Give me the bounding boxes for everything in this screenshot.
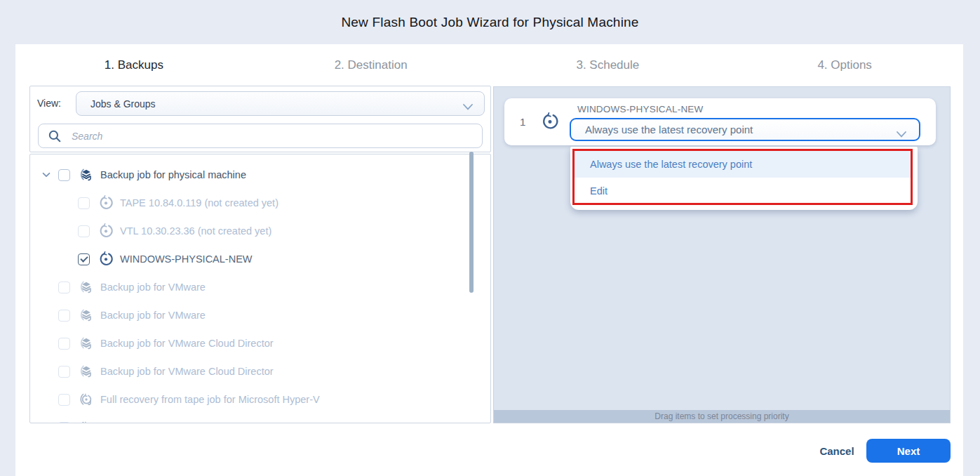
recovery-point-icon	[541, 112, 559, 131]
recovery-point-select[interactable]: Always use the latest recovery point	[570, 118, 920, 141]
recovery-point-dropdown-menu: Always use the latest recovery pointEdit	[570, 147, 918, 210]
tree-row-label: WINDOWS-PHYSICAL-NEW	[120, 253, 253, 265]
tab-3-schedule[interactable]: 3. Schedule	[490, 58, 727, 72]
checkbox[interactable]	[58, 394, 70, 406]
job-group-icon	[78, 279, 95, 295]
tab-2-destination[interactable]: 2. Destination	[253, 58, 490, 72]
tree-row[interactable]: Backup job for physical machine	[30, 161, 490, 189]
tree-row-label: TAPE 10.84.0.119 (not created yet)	[120, 197, 278, 209]
checkbox[interactable]	[58, 338, 70, 350]
recovery-point-icon	[98, 251, 114, 267]
checkbox[interactable]	[58, 169, 70, 181]
checkbox[interactable]	[58, 422, 70, 424]
checkbox[interactable]	[58, 310, 70, 322]
chevron-down-icon	[463, 101, 473, 112]
search-box	[38, 124, 483, 148]
tree-row[interactable]: Full recovery job for VMware Cloud Direc…	[30, 414, 490, 423]
checkbox[interactable]	[78, 197, 90, 209]
tab-4-options[interactable]: 4. Options	[726, 58, 963, 72]
job-group-icon	[78, 364, 95, 379]
priority-panel: 1 WINDOWS-PHYSICAL-NEW Always use the la…	[493, 86, 951, 423]
tree-row-label: Full recovery from tape job for Microsof…	[100, 394, 320, 405]
full-recovery-icon	[78, 420, 95, 423]
job-group-icon	[78, 308, 95, 323]
page-title: New Flash Boot Job Wizard for Physical M…	[0, 15, 980, 30]
tree-row[interactable]: VTL 10.30.23.36 (not created yet)	[30, 217, 490, 245]
chevron-down-icon	[897, 128, 906, 140]
tree-row[interactable]: WINDOWS-PHYSICAL-NEW	[30, 245, 490, 273]
job-group-icon	[78, 167, 95, 183]
view-dropdown[interactable]: Jobs & Groups	[76, 91, 485, 116]
view-label: View:	[37, 98, 61, 109]
expander-chevron-down-icon[interactable]	[41, 170, 51, 180]
dropdown-options: Always use the latest recovery pointEdit	[575, 151, 911, 204]
tree-row[interactable]: TAPE 10.84.0.119 (not created yet)	[30, 189, 490, 217]
wizard-tabs: 1. Backups2. Destination3. Schedule4. Op…	[15, 44, 963, 86]
view-dropdown-value: Jobs & Groups	[90, 98, 156, 110]
tree-row[interactable]: Backup job for VMware Cloud Director	[30, 329, 490, 357]
checkbox-checked[interactable]	[78, 253, 90, 265]
recovery-point-select-value: Always use the latest recovery point	[585, 124, 753, 135]
tree-row-label: Backup job for VMware Cloud Director	[100, 366, 274, 377]
tree-row-label: Backup job for VMware Cloud Director	[100, 338, 274, 349]
priority-item-name: WINDOWS-PHYSICAL-NEW	[577, 104, 704, 114]
full-recovery-icon	[78, 392, 95, 407]
tree-row-label: Backup job for physical machine	[100, 169, 246, 180]
tree-row-label: Full recovery job for VMware Cloud Direc…	[100, 422, 297, 423]
left-panel-header: View: Jobs & Groups	[29, 86, 491, 152]
priority-number: 1	[520, 98, 525, 145]
search-input[interactable]	[70, 130, 482, 143]
tree-row-label: VTL 10.30.23.36 (not created yet)	[120, 225, 271, 237]
tree-row[interactable]: Backup job for VMware	[30, 273, 490, 301]
tree-row[interactable]: Backup job for VMware	[30, 301, 490, 329]
tree-row-label: Backup job for VMware	[100, 310, 206, 321]
tree-row[interactable]: Backup job for VMware Cloud Director	[30, 357, 490, 385]
recovery-point-icon	[98, 223, 114, 239]
checkbox[interactable]	[58, 366, 70, 378]
tab-1-backups[interactable]: 1. Backups	[15, 58, 253, 72]
drag-hint: Drag items to set processing priority	[494, 410, 950, 423]
menu-option-always-use-the-latest-recovery-point[interactable]: Always use the latest recovery point	[575, 151, 911, 178]
next-button[interactable]: Next	[866, 439, 951, 463]
wizard-dialog: 1. Backups2. Destination3. Schedule4. Op…	[15, 44, 963, 476]
job-group-icon	[78, 336, 95, 351]
recovery-point-icon	[98, 195, 114, 211]
jobs-tree: Backup job for physical machineTAPE 10.8…	[29, 154, 491, 423]
tree-row-label: Backup job for VMware	[100, 282, 206, 293]
checkbox[interactable]	[58, 282, 70, 293]
menu-option-edit[interactable]: Edit	[575, 178, 911, 204]
search-icon	[48, 129, 62, 143]
checkbox[interactable]	[78, 225, 90, 237]
tree-row[interactable]: Full recovery from tape job for Microsof…	[30, 385, 490, 414]
cancel-button[interactable]: Cancel	[812, 439, 861, 463]
priority-item-card[interactable]: 1 WINDOWS-PHYSICAL-NEW Always use the la…	[504, 98, 936, 145]
scrollbar-thumb[interactable]	[469, 152, 474, 293]
